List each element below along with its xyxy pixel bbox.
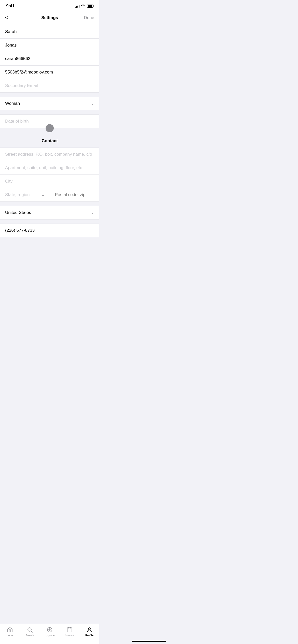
username-row <box>0 52 99 66</box>
country-chevron-icon: ⌄ <box>91 211 94 215</box>
last-name-row <box>0 39 99 52</box>
form-content: Woman ⌄ Contact State, region ⌄ <box>0 25 99 263</box>
street-address-input[interactable] <box>5 152 94 157</box>
personal-info-group <box>0 25 99 93</box>
status-time: 9:41 <box>6 4 15 9</box>
apartment-input[interactable] <box>5 165 94 170</box>
city-row <box>0 175 99 188</box>
battery-icon <box>87 5 93 8</box>
gap-4 <box>0 219 99 224</box>
gender-value: Woman <box>5 101 20 106</box>
done-button[interactable]: Done <box>83 15 94 20</box>
email-row <box>0 66 99 79</box>
username-input[interactable] <box>5 56 94 61</box>
secondary-email-row <box>0 79 99 93</box>
last-name-input[interactable] <box>5 43 94 48</box>
first-name-input[interactable] <box>5 29 94 34</box>
phone-row <box>0 224 99 237</box>
address-group: State, region ⌄ <box>0 148 99 202</box>
country-value: United States <box>5 210 31 215</box>
gap-1 <box>0 93 99 97</box>
first-name-row <box>0 25 99 39</box>
email-input[interactable] <box>5 70 94 75</box>
section-dot <box>46 124 54 132</box>
zip-part <box>50 188 100 201</box>
wifi-icon <box>81 4 85 8</box>
street-address-row <box>0 148 99 161</box>
contact-label: Contact <box>42 138 58 143</box>
state-zip-row: State, region ⌄ <box>0 188 99 202</box>
gap-3 <box>0 202 99 206</box>
nav-bar: < Settings Done <box>0 11 99 25</box>
dob-input[interactable] <box>5 119 94 124</box>
apartment-row <box>0 161 99 175</box>
back-button[interactable]: < <box>5 14 16 22</box>
country-row[interactable]: United States ⌄ <box>0 206 99 219</box>
page-title: Settings <box>41 15 58 20</box>
status-icons <box>75 4 93 8</box>
state-dropdown[interactable]: State, region ⌄ <box>0 188 50 201</box>
zip-input[interactable] <box>55 192 94 197</box>
signal-icon <box>75 5 79 8</box>
city-input[interactable] <box>5 179 94 184</box>
gender-row[interactable]: Woman ⌄ <box>0 97 99 110</box>
gap-2 <box>0 110 99 114</box>
status-bar: 9:41 <box>0 0 99 11</box>
contact-section: Contact <box>0 128 99 148</box>
secondary-email-input[interactable] <box>5 83 94 88</box>
state-chevron-icon: ⌄ <box>42 193 45 197</box>
phone-input[interactable] <box>5 228 94 233</box>
state-placeholder: State, region <box>5 192 30 197</box>
chevron-down-icon: ⌄ <box>91 101 94 106</box>
contact-section-label-wrapper: Contact <box>0 128 99 148</box>
